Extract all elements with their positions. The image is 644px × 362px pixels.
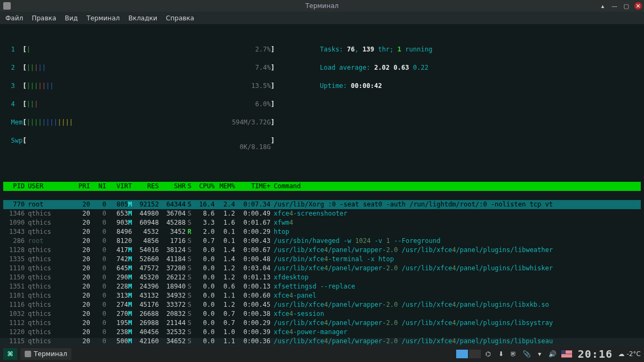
workspace-switcher[interactable] [456,350,481,358]
network-icon[interactable]: ▾ [536,350,543,358]
weather[interactable]: ☁ -2°C [618,350,641,358]
summary: Tasks: 76, 139 thr; 1 running Load avera… [304,36,433,154]
process-row[interactable]: 286root200812048561716S0.70.10:00.43/usr… [3,237,641,246]
process-row[interactable]: 1116qthics200274M4517633372S0.01.20:00.4… [3,300,641,309]
clock[interactable]: 20:16 [577,348,612,360]
mem-label: Mem [11,119,23,126]
app-menu-button[interactable]: ⌘ [3,348,17,360]
weather-temp: -2°C [627,350,641,358]
cpu1-pct: 2.7% [255,45,270,54]
app-icon [3,2,11,10]
process-row[interactable]: 1335qthics200742M5266041184S0.01.40:00.4… [3,255,641,264]
cpu2-pct: 7.4% [255,63,270,72]
maximize-button[interactable]: ▢ [623,2,630,10]
process-row[interactable]: 1090qthics200903M6094845288S3.31.60:01.6… [3,218,641,227]
swp-text: 0K/8.18G [240,143,271,152]
process-row[interactable]: 1343qthics200849645323452R2.00.10:00.29h… [3,227,641,237]
clipboard-icon[interactable]: 📎 [523,350,530,358]
process-row[interactable]: 1115qthics200500M4216034652S0.01.10:00.3… [3,337,641,346]
tasks-total: 76 [347,46,355,53]
process-row[interactable]: 770root200805M9215264344S16.42.40:07.34/… [3,200,641,209]
process-row[interactable]: 1150qthics200290M4532026212S0.01.20:01.1… [3,273,641,282]
process-row[interactable]: 1346qthics200653M4498036704S8.61.20:00.4… [3,209,641,218]
workspace-1[interactable] [456,350,468,358]
menu-tabs[interactable]: Вкладки [128,14,157,22]
menu-terminal[interactable]: Терминал [86,14,120,22]
process-row[interactable]: 1128qthics200417M5401638124S0.01.40:00.6… [3,246,641,255]
tasks-label: Tasks: [320,46,343,53]
menu-edit[interactable]: Правка [32,14,56,22]
window-controls: ▴ — ▢ ✕ [599,2,642,10]
uptime-label: Uptime: [320,82,347,90]
volume-icon[interactable]: 🔊 [548,350,556,358]
cpu-meters: 1 [|2.7%] 2 [|||||7.4%] 3 [|||||||13.5%]… [3,36,304,154]
menu-file[interactable]: Файл [5,14,23,22]
process-list[interactable]: 770root200805M9215264344S16.42.40:07.34/… [3,200,641,362]
security-icon[interactable]: ⛨ [510,350,517,358]
load5: 0.63 [393,64,409,71]
taskbar: ⌘ Терминал ⌬ ⬇ ⛨ 📎 ▾ 🔊 20:16 ☁ -2°C [0,346,644,362]
cpu1-bar: | [26,46,30,53]
process-row[interactable]: 1032qthics200270M2668820832S0.00.70:00.3… [3,309,641,319]
keyboard-layout-flag[interactable] [561,350,572,358]
terminal-icon [25,351,31,357]
process-row[interactable]: 1112qthics200195M2698821144S0.00.70:00.2… [3,319,641,328]
terminal-body[interactable]: 1 [|2.7%] 2 [|||||7.4%] 3 [|||||||13.5%]… [0,25,644,338]
system-tray: ⌬ ⬇ ⛨ 📎 ▾ 🔊 20:16 ☁ -2°C [484,348,641,360]
bluetooth-icon[interactable]: ⌬ [484,350,492,358]
process-row[interactable]: 1351qthics200228M2439618940S0.00.60:00.1… [3,282,641,291]
minimize-button[interactable]: — [611,2,618,10]
process-row[interactable]: 1101qthics200313M4313234932S0.01.10:00.6… [3,291,641,300]
process-row[interactable]: 1110qthics200645M4757237280S0.01.20:03.0… [3,264,641,273]
cpu2-label: 2 [11,64,14,71]
weather-icon: ☁ [618,350,625,358]
uptime: 00:00:42 [351,82,382,90]
window-titlebar: Терминал ▴ — ▢ ✕ [0,0,644,12]
cpu4-pct: 6.0% [255,100,270,109]
taskbar-terminal-label: Терминал [34,350,67,358]
column-header[interactable]: PIDUSERPRINIVIRTRESSHRSCPU%MEM%TIME+Comm… [3,182,641,191]
cpu3-pct: 13.5% [251,82,270,91]
tasks-thr: 139 [363,46,375,53]
close-button[interactable]: ✕ [634,2,642,10]
shade-button[interactable]: ▴ [599,2,606,10]
load15: 0.22 [413,64,428,71]
menubar: Файл Правка Вид Терминал Вкладки Справка [0,12,644,25]
mem-text: 594M/3.72G [232,118,270,127]
cpu4-label: 4 [11,100,14,108]
taskbar-terminal-button[interactable]: Терминал [20,348,71,360]
updates-icon[interactable]: ⬇ [497,350,504,358]
window-title: Терминал [305,2,339,10]
menu-view[interactable]: Вид [65,14,78,22]
load-label: Load average: [320,64,370,71]
cpu1-label: 1 [11,46,14,53]
swp-label: Swp [11,137,23,144]
process-row[interactable]: 1220qthics200238M4045632532S0.01.00:00.3… [3,328,641,337]
htop-header: 1 [|2.7%] 2 [|||||7.4%] 3 [|||||||13.5%]… [3,36,641,154]
tasks-running: 1 [398,46,401,53]
cpu3-label: 3 [11,82,14,90]
workspace-2[interactable] [469,350,481,358]
menu-help[interactable]: Справка [166,14,194,22]
load1: 2.02 [374,64,390,71]
